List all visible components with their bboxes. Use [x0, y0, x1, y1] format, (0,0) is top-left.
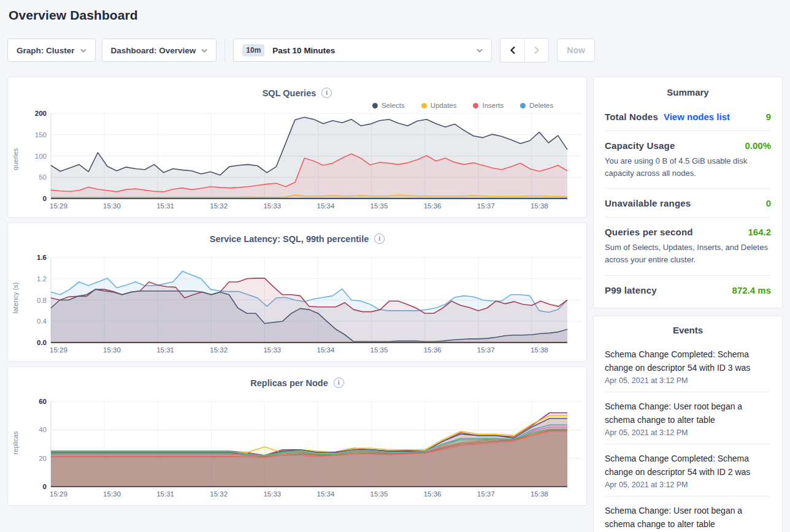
svg-text:20: 20 [39, 455, 47, 462]
chart-body: queries 05010015020015:2915:3015:3115:32… [8, 109, 586, 215]
svg-text:15:33: 15:33 [263, 490, 281, 498]
svg-text:1.2: 1.2 [37, 275, 47, 283]
summary-row-unavailable-ranges: Unavailable ranges 0 [605, 188, 771, 217]
chart-title-row: Replicas per Node i [8, 367, 586, 388]
event-timestamp: Apr 05, 2021 at 3:12 PM [605, 376, 771, 385]
svg-text:15:32: 15:32 [210, 490, 228, 498]
summary-label: Total Nodes [605, 112, 658, 122]
info-icon[interactable]: i [321, 88, 332, 98]
svg-text:15:36: 15:36 [424, 490, 442, 498]
chart-body: latency (s) 0.00.40.81.21.615:2915:3015:… [8, 244, 586, 359]
svg-text:15:29: 15:29 [50, 202, 67, 210]
time-range-badge: 10m [242, 44, 264, 56]
svg-text:1.6: 1.6 [37, 254, 47, 261]
legend-label: Deletes [529, 102, 553, 109]
now-button[interactable]: Now [557, 39, 595, 62]
service-latency-chart-panel: Service Latency: SQL, 99th percentile i … [7, 222, 587, 362]
svg-text:15:37: 15:37 [477, 346, 495, 354]
legend-item: Deletes [520, 102, 553, 109]
svg-text:0.4: 0.4 [37, 317, 47, 325]
event-text: Schema Change: User root began a schema … [605, 504, 771, 531]
svg-text:0.0: 0.0 [37, 339, 47, 346]
chevron-down-icon [477, 48, 483, 53]
chart-title: Service Latency: SQL, 99th percentile [210, 234, 369, 244]
svg-text:15:38: 15:38 [531, 346, 548, 354]
svg-text:15:32: 15:32 [210, 202, 228, 210]
side-column: Summary Total Nodes View nodes list 9 Ca… [593, 77, 783, 532]
event-timestamp: Apr 05, 2021 at 3:12 PM [605, 428, 771, 437]
y-axis-unit-label: queries [12, 148, 19, 170]
svg-text:15:37: 15:37 [477, 202, 495, 210]
page-title: Overview Dashboard [7, 0, 783, 23]
summary-row-p99-latency: P99 latency 872.4 ms [605, 275, 771, 304]
svg-text:150: 150 [35, 131, 47, 139]
summary-label: Queries per second [605, 227, 693, 237]
svg-text:0.8: 0.8 [37, 297, 47, 304]
summary-value: 164.2 [748, 227, 771, 237]
legend-item: Selects [372, 102, 405, 109]
view-nodes-list-link[interactable]: View nodes list [664, 112, 730, 122]
summary-row-queries-per-second: Queries per second 164.2 Sum of Selects,… [605, 217, 771, 275]
dashboard-dropdown-label: Dashboard: Overview [111, 46, 196, 55]
legend-dot [372, 103, 378, 108]
replicas-per-node-chart[interactable]: 020406015:2915:3015:3115:3215:3315:3415:… [13, 397, 585, 503]
overview-dashboard-page: Overview Dashboard Graph: Cluster Dashbo… [0, 0, 790, 532]
summary-row-capacity-usage: Capacity Usage 0.00% You are using 0 B o… [605, 131, 771, 188]
main-content: SQL Queries i Selects Updates Inserts De… [7, 77, 783, 532]
charts-column: SQL Queries i Selects Updates Inserts De… [7, 77, 587, 506]
svg-text:15:34: 15:34 [317, 346, 335, 354]
svg-text:15:34: 15:34 [317, 202, 335, 210]
events-panel: Events Schema Change Completed: Schema c… [593, 316, 783, 532]
svg-text:15:31: 15:31 [156, 202, 174, 210]
service-latency-chart[interactable]: 0.00.40.81.21.615:2915:3015:3115:3215:33… [13, 253, 585, 359]
summary-label: Unavailable ranges [605, 198, 691, 208]
svg-text:15:38: 15:38 [531, 490, 548, 498]
svg-text:15:30: 15:30 [103, 202, 121, 210]
legend-dot [520, 103, 526, 108]
event-item: Schema Change: User root began a schema … [605, 392, 771, 444]
time-forward-button[interactable] [524, 39, 548, 62]
time-back-button[interactable] [500, 39, 524, 62]
dashboard-dropdown[interactable]: Dashboard: Overview [102, 39, 217, 62]
svg-text:15:31: 15:31 [156, 346, 174, 354]
summary-title: Summary [605, 87, 771, 102]
summary-value: 0.00% [745, 140, 771, 151]
svg-text:200: 200 [35, 110, 47, 117]
event-text: Schema Change Completed: Schema change o… [605, 452, 771, 479]
svg-text:15:33: 15:33 [263, 202, 281, 210]
chevron-right-icon [534, 46, 540, 55]
toolbar: Graph: Cluster Dashboard: Overview 10m P… [7, 38, 783, 63]
summary-label: Capacity Usage [605, 140, 675, 151]
svg-text:15:38: 15:38 [531, 202, 548, 210]
info-icon[interactable]: i [374, 234, 385, 244]
time-step-buttons [500, 38, 549, 63]
sql-queries-chart[interactable]: 05010015020015:2915:3015:3115:3215:3315:… [13, 109, 585, 215]
chart-title: SQL Queries [263, 88, 316, 98]
svg-text:15:30: 15:30 [103, 346, 121, 354]
chart-legend: Selects Updates Inserts Deletes [8, 98, 586, 109]
chevron-left-icon [510, 46, 516, 55]
legend-dot [473, 103, 478, 108]
chevron-down-icon [201, 48, 207, 53]
svg-text:15:29: 15:29 [50, 346, 67, 354]
svg-text:15:29: 15:29 [50, 490, 67, 498]
svg-text:15:30: 15:30 [103, 490, 121, 498]
svg-text:15:36: 15:36 [424, 202, 442, 210]
chart-title-row: Service Latency: SQL, 99th percentile i [8, 223, 586, 244]
chevron-down-icon [80, 48, 86, 53]
svg-text:40: 40 [39, 426, 47, 433]
time-range-label: Past 10 Minutes [272, 46, 335, 55]
event-timestamp: Apr 05, 2021 at 3:12 PM [605, 481, 771, 489]
svg-text:60: 60 [39, 398, 47, 405]
svg-text:15:34: 15:34 [317, 490, 335, 498]
event-item: Schema Change: User root began a schema … [605, 496, 771, 532]
info-icon[interactable]: i [334, 378, 344, 388]
svg-text:15:37: 15:37 [477, 490, 495, 498]
time-range-dropdown[interactable]: 10m Past 10 Minutes [233, 39, 492, 62]
event-item: Schema Change Completed: Schema change o… [605, 340, 771, 392]
graph-dropdown-label: Graph: Cluster [17, 46, 75, 55]
event-text: Schema Change Completed: Schema change o… [605, 348, 771, 374]
graph-dropdown[interactable]: Graph: Cluster [7, 39, 96, 62]
summary-subtext: Sum of Selects, Updates, Inserts, and De… [605, 241, 771, 266]
legend-label: Selects [382, 102, 405, 109]
